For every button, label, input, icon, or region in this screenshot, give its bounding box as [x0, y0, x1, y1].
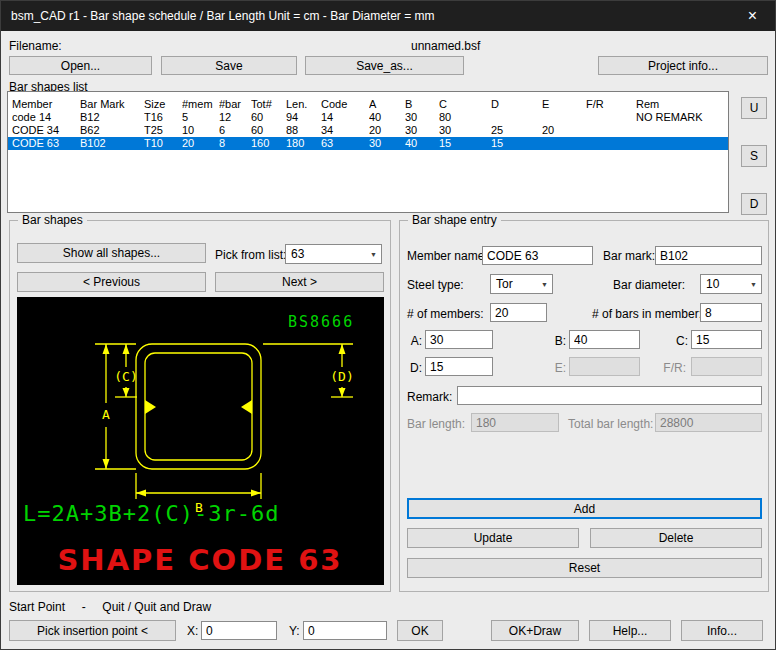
col-header: F/R	[586, 98, 636, 111]
cell	[542, 137, 586, 150]
help-button[interactable]: Help...	[589, 620, 671, 641]
cell: code 14	[12, 111, 80, 124]
bar-mark-input[interactable]	[655, 246, 762, 265]
project-info-button[interactable]: Project info...	[598, 56, 768, 75]
bar-shapes-list[interactable]: MemberBar MarkSize#mem#barTot#Len.CodeAB…	[7, 91, 729, 213]
dim-a-label: A	[102, 407, 110, 422]
cell: 30	[439, 124, 491, 137]
d-input[interactable]	[425, 357, 493, 376]
bar-diameter-select[interactable]: 10 ▼	[700, 274, 762, 294]
list-header-row: MemberBar MarkSize#mem#barTot#Len.CodeAB…	[8, 98, 728, 111]
a-input[interactable]	[425, 330, 493, 349]
titlebar: bsm_CAD r1 - Bar shape schedule / Bar Le…	[1, 1, 775, 31]
pick-from-list-value: 63	[291, 247, 304, 261]
save-button[interactable]: Save	[161, 56, 297, 75]
total-bar-length-input	[655, 413, 762, 432]
total-bar-length-label: Total bar length:	[568, 417, 653, 431]
cell: 30	[405, 111, 439, 124]
y-input[interactable]	[303, 621, 387, 640]
move-down-button[interactable]: D	[741, 193, 767, 215]
table-row[interactable]: CODE 34B62T251066088342030302520	[8, 124, 728, 137]
filename-label: Filename:	[9, 39, 62, 53]
b-input[interactable]	[569, 330, 640, 349]
remark-input[interactable]	[457, 386, 762, 405]
cell: 8	[219, 137, 251, 150]
ok-draw-button[interactable]: OK+Draw	[491, 620, 579, 641]
cell: 25	[491, 124, 542, 137]
c-input[interactable]	[691, 330, 762, 349]
steel-type-label: Steel type:	[407, 278, 464, 292]
fr-label: F/R:	[646, 361, 686, 375]
bar-length-label: Bar length:	[407, 417, 465, 431]
info-button[interactable]: Info...	[681, 620, 763, 641]
x-label: X:	[187, 624, 198, 638]
num-members-label: # of members:	[407, 307, 484, 321]
cell: 30	[369, 137, 405, 150]
cell: 15	[491, 137, 542, 150]
cell: 6	[219, 124, 251, 137]
delete-button[interactable]: Delete	[590, 528, 762, 548]
update-button[interactable]: Update	[407, 528, 579, 548]
table-row-selected[interactable]: CODE 63B102T102081601806330401515	[8, 137, 728, 150]
previous-button[interactable]: < Previous	[17, 272, 206, 292]
col-header: A	[369, 98, 405, 111]
move-up-button[interactable]: U	[741, 97, 767, 119]
cell: 60	[251, 124, 286, 137]
cell: CODE 63	[12, 137, 80, 150]
col-header: Bar Mark	[80, 98, 144, 111]
e-label: E:	[550, 361, 566, 375]
ok-button[interactable]: OK	[397, 620, 443, 641]
cell: 34	[321, 124, 369, 137]
next-button[interactable]: Next >	[215, 272, 384, 292]
cell: 20	[369, 124, 405, 137]
save-as-button[interactable]: Save_as...	[305, 56, 464, 75]
close-icon[interactable]: ×	[730, 1, 775, 31]
cell: 180	[286, 137, 321, 150]
col-header: Rem	[636, 98, 728, 111]
standard-label: BS8666	[288, 313, 354, 331]
sort-button[interactable]: S	[741, 145, 767, 167]
cell: NO REMARK	[636, 111, 728, 124]
cell: 40	[405, 137, 439, 150]
cell	[586, 111, 636, 124]
num-bars-input[interactable]	[700, 303, 762, 322]
steel-type-value: Tor	[496, 277, 513, 291]
col-header: D	[491, 98, 542, 111]
cell	[636, 137, 728, 150]
cell: 14	[321, 111, 369, 124]
col-header: E	[542, 98, 586, 111]
steel-type-select[interactable]: Tor ▼	[490, 274, 553, 294]
d-label: D:	[406, 361, 422, 375]
num-bars-label: # of bars in member:	[592, 307, 702, 321]
cell: 160	[251, 137, 286, 150]
bar-shapes-group-label: Bar shapes	[18, 213, 87, 227]
filename-value: unnamed.bsf	[411, 39, 480, 53]
col-header: #bar	[219, 98, 251, 111]
table-row[interactable]: code 14B12T16512609414403080NO REMARK	[8, 111, 728, 124]
cell: 94	[286, 111, 321, 124]
cell: 40	[369, 111, 405, 124]
member-name-input[interactable]	[482, 246, 593, 265]
cell: 20	[182, 137, 219, 150]
remark-label: Remark:	[407, 390, 452, 404]
x-input[interactable]	[201, 621, 277, 640]
pick-from-list-label: Pick from list:	[215, 248, 286, 262]
a-label: A:	[406, 334, 422, 348]
reset-button[interactable]: Reset	[407, 558, 762, 578]
window-title: bsm_CAD r1 - Bar shape schedule / Bar Le…	[11, 9, 435, 23]
bar-diameter-value: 10	[706, 277, 719, 291]
cell	[586, 124, 636, 137]
pick-insertion-point-button[interactable]: Pick insertion point <	[9, 620, 176, 641]
cell: 20	[542, 124, 586, 137]
open-button[interactable]: Open...	[9, 56, 152, 75]
cell: B12	[80, 111, 144, 124]
num-members-input[interactable]	[490, 303, 547, 322]
add-button[interactable]: Add	[407, 498, 762, 519]
pick-from-list-select[interactable]: 63 ▼	[285, 244, 382, 264]
cell: 30	[405, 124, 439, 137]
cell: B62	[80, 124, 144, 137]
chevron-down-icon: ▼	[541, 281, 548, 288]
show-all-shapes-button[interactable]: Show all shapes...	[17, 243, 206, 263]
length-formula: L=2A+3B+2(C)-3r-6d	[23, 501, 279, 526]
cell	[491, 111, 542, 124]
